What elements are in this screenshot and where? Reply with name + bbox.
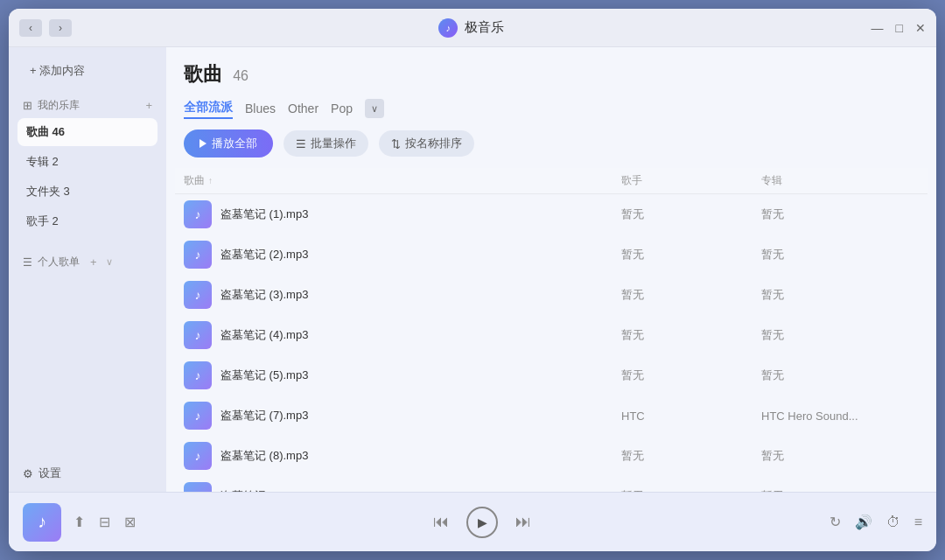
sidebar-item-artists[interactable]: 歌手 2 — [18, 207, 158, 235]
song-thumb: ♪ — [184, 281, 212, 309]
table-row[interactable]: ♪ 盗墓笔记 (1).mp3 暂无 暂无 — [175, 194, 928, 234]
song-table: 歌曲 ↑ 歌手 专辑 ♪ 盗墓笔记 (1).mp3 暂无 暂无 ♪ 盗墓笔记 (… — [166, 168, 936, 492]
app-window: ‹ › ♪ 极音乐 — □ ✕ + 添加内容 ⊞ 我的乐库 + — [9, 9, 936, 551]
table-row[interactable]: ♪ 盗墓笔记 (9).mp3 暂无 暂无 — [175, 476, 928, 492]
volume-button[interactable]: 🔊 — [855, 514, 872, 530]
player-cover: ♪ — [23, 503, 61, 542]
tab-pop[interactable]: Pop — [331, 100, 353, 117]
sidebar: + 添加内容 ⊞ 我的乐库 + 歌曲 46 专辑 2 文件夹 3 歌 — [9, 47, 166, 492]
settings-button[interactable]: ⚙ 设置 — [9, 455, 166, 492]
page-title: 歌曲 46 — [184, 61, 919, 88]
sidebar-item-albums[interactable]: 专辑 2 — [18, 148, 158, 176]
library-section: ⊞ 我的乐库 + 歌曲 46 专辑 2 文件夹 3 歌手 2 — [9, 91, 166, 241]
sort-icon: ⇅ — [391, 137, 401, 150]
timer-button[interactable]: ⏱ — [886, 514, 900, 530]
song-album: HTC Hero Sound... — [761, 410, 919, 423]
maximize-button[interactable]: □ — [896, 21, 903, 35]
table-header: 歌曲 ↑ 歌手 专辑 — [175, 168, 928, 194]
song-artist: 暂无 — [621, 206, 761, 222]
table-row[interactable]: ♪ 盗墓笔记 (3).mp3 暂无 暂无 — [175, 275, 928, 315]
add-content-button[interactable]: + 添加内容 — [23, 60, 92, 82]
content-area: 歌曲 46 全部流派 Blues Other Pop ∨ 播放全部 — [166, 47, 936, 492]
repeat-button[interactable]: ↻ — [830, 514, 841, 530]
action-bar: 播放全部 ☰ 批量操作 ⇅ 按名称排序 — [184, 130, 919, 158]
library-add-button[interactable]: + — [145, 99, 152, 112]
app-icon: ♪ — [438, 18, 458, 38]
gear-icon: ⚙ — [23, 467, 33, 480]
play-icon — [200, 139, 206, 148]
song-filename: 盗墓笔记 (8).mp3 — [220, 448, 308, 464]
sort-arrow-icon: ↑ — [208, 176, 213, 186]
batch-icon: ☰ — [296, 137, 306, 150]
window-controls: — □ ✕ — [872, 21, 926, 35]
next-button[interactable]: ⏭ — [515, 513, 531, 531]
prev-button[interactable]: ⏮ — [433, 513, 449, 531]
play-pause-button[interactable]: ▶ — [466, 507, 498, 538]
table-row[interactable]: ♪ 盗墓笔记 (4).mp3 暂无 暂无 — [175, 315, 928, 355]
library-section-title: ⊞ 我的乐库 + — [18, 94, 158, 116]
table-row[interactable]: ♪ 盗墓笔记 (5).mp3 暂无 暂无 — [175, 355, 928, 396]
table-row[interactable]: ♪ 盗墓笔记 (8).mp3 暂无 暂无 — [175, 436, 928, 476]
song-filename: 盗墓笔记 (2).mp3 — [220, 247, 308, 262]
forward-button[interactable]: › — [49, 19, 72, 37]
song-count: 46 — [233, 68, 248, 83]
playlist-button[interactable]: ⊟ — [99, 514, 110, 530]
tab-other[interactable]: Other — [288, 100, 318, 117]
table-row[interactable]: ♪ 盗墓笔记 (2).mp3 暂无 暂无 — [175, 234, 928, 275]
back-button[interactable]: ‹ — [19, 19, 42, 37]
song-artist: 暂无 — [621, 327, 761, 343]
song-artist: 暂无 — [621, 368, 761, 383]
song-filename: 盗墓笔记 (3).mp3 — [220, 287, 308, 303]
sort-button[interactable]: ⇅ 按名称排序 — [379, 130, 474, 157]
filter-more-button[interactable]: ∨ — [365, 99, 384, 118]
close-button[interactable]: ✕ — [915, 21, 926, 35]
playlist-add-button[interactable]: + — [90, 256, 97, 269]
song-filename: 盗墓笔记 (7).mp3 — [220, 408, 308, 424]
song-album: 暂无 — [761, 247, 919, 262]
play-all-button[interactable]: 播放全部 — [184, 130, 273, 158]
song-name-cell: ♪ 盗墓笔记 (5).mp3 — [184, 361, 621, 389]
song-album: 暂无 — [761, 327, 919, 343]
song-filename: 盗墓笔记 (1).mp3 — [220, 206, 308, 222]
player-actions-left: ⬆ ⊟ ⊠ — [74, 514, 136, 530]
table-row[interactable]: ♪ 盗墓笔记 (7).mp3 HTC HTC Hero Sound... — [175, 396, 928, 436]
library-icon: ⊞ — [23, 99, 32, 112]
song-name-cell: ♪ 盗墓笔记 (1).mp3 — [184, 200, 621, 228]
batch-operation-button[interactable]: ☰ 批量操作 — [284, 130, 368, 157]
song-artist: HTC — [621, 410, 761, 423]
content-header: 歌曲 46 全部流派 Blues Other Pop ∨ 播放全部 — [166, 47, 936, 168]
nav-controls: ‹ › — [19, 19, 72, 37]
song-name-cell: ♪ 盗墓笔记 (7).mp3 — [184, 402, 621, 430]
header-artist: 歌手 — [621, 173, 761, 188]
playlist-section: ☰ 个人歌单 + ∨ — [9, 244, 166, 280]
title-bar: ‹ › ♪ 极音乐 — □ ✕ — [9, 9, 936, 47]
minimize-button[interactable]: — — [872, 21, 884, 35]
main-layout: + 添加内容 ⊞ 我的乐库 + 歌曲 46 专辑 2 文件夹 3 歌 — [9, 47, 936, 492]
song-list: ♪ 盗墓笔记 (1).mp3 暂无 暂无 ♪ 盗墓笔记 (2).mp3 暂无 暂… — [175, 194, 928, 492]
edit-button[interactable]: ⊠ — [124, 514, 136, 530]
share-button[interactable]: ⬆ — [74, 514, 85, 530]
player-bar: ♪ ⬆ ⊟ ⊠ ⏮ ▶ ⏭ ↻ 🔊 ⏱ ≡ — [9, 492, 936, 551]
song-filename: 盗墓笔记 (4).mp3 — [220, 327, 308, 343]
song-thumb: ♪ — [184, 241, 212, 269]
song-thumb: ♪ — [184, 402, 212, 430]
song-name-cell: ♪ 盗墓笔记 (4).mp3 — [184, 321, 621, 349]
playlist-expand-icon[interactable]: ∨ — [106, 256, 113, 268]
sidebar-item-songs[interactable]: 歌曲 46 — [18, 118, 158, 146]
song-filename: 盗墓笔记 (5).mp3 — [220, 368, 308, 383]
app-title: 极音乐 — [465, 19, 504, 36]
tab-all-genres[interactable]: 全部流派 — [184, 98, 233, 119]
song-album: 暂无 — [761, 448, 919, 464]
song-artist: 暂无 — [621, 247, 761, 262]
song-thumb: ♪ — [184, 200, 212, 228]
queue-button[interactable]: ≡ — [914, 514, 922, 530]
song-thumb: ♪ — [184, 321, 212, 349]
tab-blues[interactable]: Blues — [245, 100, 276, 117]
song-thumb: ♪ — [184, 482, 212, 492]
song-album: 暂无 — [761, 368, 919, 383]
song-album: 暂无 — [761, 206, 919, 222]
player-right-controls: ↻ 🔊 ⏱ ≡ — [830, 514, 922, 530]
app-title-area: ♪ 极音乐 — [438, 18, 504, 38]
add-content-area: + 添加内容 — [9, 47, 166, 91]
sidebar-item-folders[interactable]: 文件夹 3 — [18, 178, 158, 206]
